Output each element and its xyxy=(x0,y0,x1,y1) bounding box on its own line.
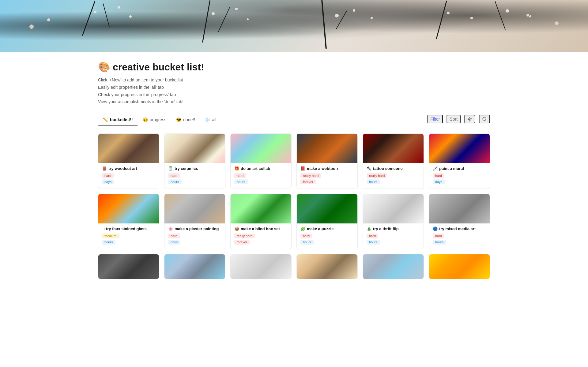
card-mixedmedia[interactable]: 🔵 try mixed media art hard hours xyxy=(429,194,490,249)
card-stainedglass[interactable]: □ try faux stained glass medium hours xyxy=(98,194,159,249)
card-image-row3-5 xyxy=(363,254,424,279)
tag-forever: forever xyxy=(234,240,250,245)
search-icon xyxy=(482,117,487,122)
card-row3-1[interactable] xyxy=(98,254,159,279)
card-image-stainedglass xyxy=(98,194,159,223)
card-tags-ceramics: hard hours xyxy=(168,173,221,184)
tag-medium: medium xyxy=(102,234,119,238)
card-image-collab xyxy=(231,134,291,163)
tag-hard: hard xyxy=(433,173,444,178)
card-title-blindbox: 📦 make a blind box set xyxy=(234,227,288,231)
page-description: Click '+New' to add an item to your buck… xyxy=(98,77,490,106)
card-woodcut[interactable]: 🪵 try woodcut art hard days xyxy=(98,133,159,189)
card-body-blindbox: 📦 make a blind box set really hard forev… xyxy=(231,223,291,249)
tab-done[interactable]: 😎 done!! xyxy=(171,115,200,126)
page-title: 🎨 creative bucket list! xyxy=(98,61,490,73)
tabs-bar: ✏️ bucketlist!! 😊 progress 😎 done!! ❄️ a… xyxy=(98,112,490,126)
card-tags-tattoo: really hard hours xyxy=(367,173,420,184)
card-title-tattoo: ✒️ tattoo someone xyxy=(367,166,420,171)
search-button[interactable] xyxy=(479,115,490,123)
card-title-webtoon: 📕 make a webtoon xyxy=(300,166,354,171)
snowflake-icon: ❄️ xyxy=(205,117,210,122)
card-title-woodcut: 🪵 try woodcut art xyxy=(102,166,155,171)
card-tags-mural: hard days xyxy=(433,173,486,184)
card-body-stainedglass: □ try faux stained glass medium hours xyxy=(98,223,159,249)
card-mural[interactable]: 🖌️ paint a mural hard days xyxy=(429,133,490,189)
pencil-icon: ✏️ xyxy=(103,117,108,122)
card-image-row3-3 xyxy=(231,254,291,279)
card-title-stainedglass: □ try faux stained glass xyxy=(102,227,155,231)
card-image-tattoo xyxy=(363,134,424,163)
tag-hours: hours xyxy=(300,240,314,245)
card-body-mixedmedia: 🔵 try mixed media art hard hours xyxy=(429,223,490,249)
card-body-woodcut: 🪵 try woodcut art hard days xyxy=(98,163,159,189)
svg-point-1 xyxy=(483,117,486,121)
card-tags-plaster: hard days xyxy=(168,234,221,245)
tag-hard: hard xyxy=(433,234,444,238)
page-header: 🎨 creative bucket list! Click '+New' to … xyxy=(98,52,490,112)
tag-days: days xyxy=(433,179,445,184)
card-image-row3-1 xyxy=(98,254,159,279)
tag-days: days xyxy=(102,179,114,184)
card-image-row3-6 xyxy=(429,254,490,279)
card-row3-3[interactable] xyxy=(230,254,292,279)
card-image-mixedmedia xyxy=(429,194,490,223)
card-tags-blindbox: really hard forever xyxy=(234,234,288,245)
cool-icon: 😎 xyxy=(176,117,181,122)
filter-button[interactable]: Filter xyxy=(427,115,443,123)
svg-marker-0 xyxy=(468,117,472,121)
card-blindbox[interactable]: 📦 make a blind box set really hard forev… xyxy=(230,194,292,249)
tag-really-hard: really hard xyxy=(367,173,387,178)
card-tags-woodcut: hard days xyxy=(102,173,155,184)
card-image-woodcut xyxy=(98,134,159,163)
card-collab[interactable]: 🎁 do an art collab hard hours xyxy=(230,133,292,189)
tabs-actions: Filter Sort xyxy=(427,115,490,126)
tab-progress[interactable]: 😊 progress xyxy=(138,115,171,126)
card-thrift[interactable]: 🎄 try a thrift flip hard hours xyxy=(363,194,424,249)
card-row3-6[interactable] xyxy=(429,254,490,279)
tag-hard: hard xyxy=(300,234,312,238)
tab-all[interactable]: ❄️ all xyxy=(200,115,221,126)
gallery-row-3 xyxy=(98,254,490,279)
card-tattoo[interactable]: ✒️ tattoo someone really hard hours xyxy=(363,133,424,189)
card-row3-2[interactable] xyxy=(164,254,225,279)
tag-hours: hours xyxy=(433,240,446,245)
card-title-plaster: 🌸 make a plaster painting xyxy=(168,227,221,231)
hero-banner xyxy=(0,0,588,52)
card-row3-5[interactable] xyxy=(363,254,424,279)
card-body-plaster: 🌸 make a plaster painting hard days xyxy=(164,223,225,249)
card-webtoon[interactable]: 📕 make a webtoon really hard forever xyxy=(296,133,358,189)
card-tags-webtoon: really hard forever xyxy=(300,173,354,184)
card-row3-4[interactable] xyxy=(296,254,358,279)
card-tags-stainedglass: medium hours xyxy=(102,234,155,245)
card-ceramics[interactable]: 🫙 try ceramics hard hours xyxy=(164,133,225,189)
card-title-thrift: 🎄 try a thrift flip xyxy=(367,227,420,231)
card-image-row3-4 xyxy=(297,254,357,279)
tag-hard: hard xyxy=(168,173,180,178)
lightning-icon xyxy=(467,117,472,122)
card-body-puzzle: 🧩 make a puzzle hard hours xyxy=(297,223,357,249)
card-tags-thrift: hard hours xyxy=(367,234,420,245)
svg-line-2 xyxy=(485,120,486,121)
tag-hours: hours xyxy=(367,240,380,245)
tag-hard: hard xyxy=(367,234,378,238)
card-image-puzzle xyxy=(297,194,357,223)
card-body-thrift: 🎄 try a thrift flip hard hours xyxy=(363,223,424,249)
card-title-mixedmedia: 🔵 try mixed media art xyxy=(433,227,486,231)
card-plaster[interactable]: 🌸 make a plaster painting hard days xyxy=(164,194,225,249)
card-image-webtoon xyxy=(297,134,357,163)
tag-days: days xyxy=(168,240,180,245)
card-puzzle[interactable]: 🧩 make a puzzle hard hours xyxy=(296,194,358,249)
lightning-button[interactable] xyxy=(464,115,475,123)
tab-bucketlist[interactable]: ✏️ bucketlist!! xyxy=(98,115,138,126)
card-title-puzzle: 🧩 make a puzzle xyxy=(300,227,354,231)
smiley-icon: 😊 xyxy=(143,117,148,122)
tag-hours: hours xyxy=(168,179,182,184)
tag-hours: hours xyxy=(102,240,115,245)
card-title-mural: 🖌️ paint a mural xyxy=(433,166,486,171)
card-image-ceramics xyxy=(164,134,225,163)
tag-hard: hard xyxy=(168,234,180,238)
sort-button[interactable]: Sort xyxy=(447,115,461,123)
card-tags-collab: hard hours xyxy=(234,173,288,184)
card-body-mural: 🖌️ paint a mural hard days xyxy=(429,163,490,189)
